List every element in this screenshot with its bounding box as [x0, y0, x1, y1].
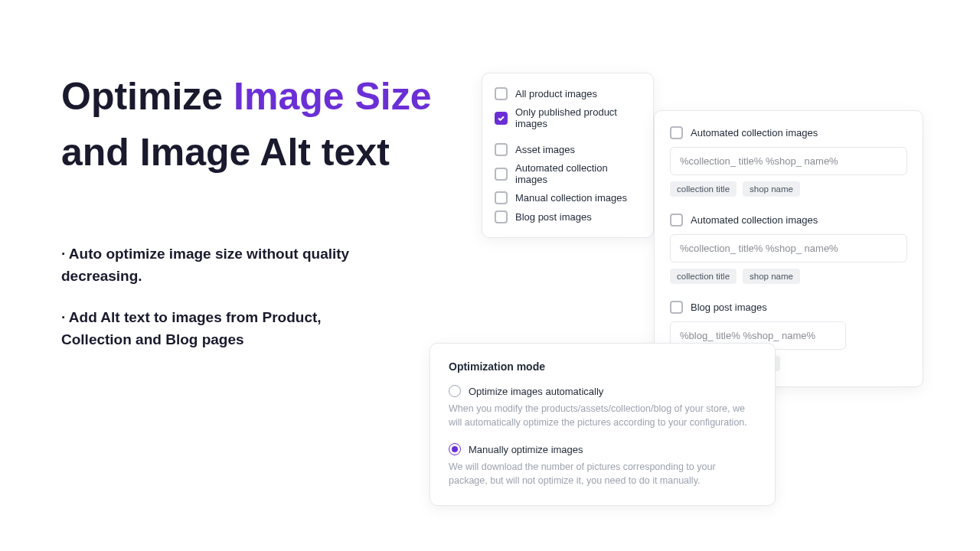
checkbox-row[interactable]: Automated collection images: [670, 126, 907, 139]
page-heading: Optimize Image Size and Image Alt text: [61, 69, 475, 180]
heading-accent: Image Size: [234, 75, 431, 118]
checkbox-icon: [495, 143, 508, 156]
checkbox-icon: [670, 301, 683, 314]
checkbox-label: Manual collection images: [515, 192, 627, 204]
radio-label: Optimize images automatically: [469, 386, 603, 397]
checkbox-icon: [495, 168, 508, 181]
checkbox-icon: [495, 191, 508, 204]
template-tags: collection titleshop name: [670, 181, 907, 197]
radio-icon: [449, 385, 461, 397]
checkbox-row[interactable]: Automated collection images: [670, 214, 907, 227]
optimization-mode-card: Optimization mode Optimize images automa…: [430, 343, 776, 506]
radio-manual-optimize[interactable]: Manually optimize images: [449, 443, 756, 455]
checkbox-icon: [670, 126, 683, 139]
checkbox-row-3[interactable]: Automated collection images: [495, 162, 641, 185]
alt-text-template-input[interactable]: %collection_ title% %shop_ name%: [670, 234, 907, 262]
checkbox-row[interactable]: Blog post images: [670, 301, 907, 314]
checkbox-row-4[interactable]: Manual collection images: [495, 191, 641, 204]
checkbox-label: Automated collection images: [691, 214, 818, 226]
checkbox-row-1[interactable]: Only published product images: [495, 106, 641, 129]
checkbox-icon: [495, 112, 508, 125]
template-tags: collection titleshop name: [670, 269, 907, 284]
bullet-1: · Auto optimize image size without quali…: [61, 243, 352, 287]
checkbox-label: Automated collection images: [691, 127, 818, 139]
alt-text-group-1: Automated collection images%collection_ …: [670, 214, 907, 284]
checkbox-icon: [495, 87, 508, 100]
image-types-card: All product imagesOnly published product…: [482, 73, 654, 238]
optimization-mode-title: Optimization mode: [449, 360, 756, 373]
manual-optimize-help: We will download the number of pictures …: [449, 460, 756, 487]
checkbox-label: All product images: [515, 88, 597, 99]
bullet-2: · Add Alt text to images from Product, C…: [61, 307, 352, 350]
alt-text-template-input[interactable]: %collection_ title% %shop_ name%: [670, 147, 907, 175]
checkbox-row-2[interactable]: Asset images: [495, 143, 641, 156]
template-tag[interactable]: shop name: [743, 181, 800, 197]
checkbox-icon: [495, 210, 508, 223]
checkbox-label: Blog post images: [691, 302, 767, 313]
radio-optimize-automatically[interactable]: Optimize images automatically: [449, 385, 756, 397]
auto-optimize-help: When you modify the products/assets/coll…: [449, 402, 756, 429]
checkbox-label: Automated collection images: [515, 162, 641, 185]
checkbox-label: Only published product images: [515, 106, 641, 129]
checkbox-label: Blog post images: [515, 211, 592, 223]
feature-bullets: · Auto optimize image size without quali…: [61, 243, 352, 370]
heading-part2: and Image Alt text: [61, 131, 390, 174]
heading-part1: Optimize: [61, 75, 234, 118]
checkbox-row-5[interactable]: Blog post images: [495, 210, 641, 223]
template-tag[interactable]: collection title: [670, 181, 737, 197]
checkbox-row-0[interactable]: All product images: [495, 87, 641, 100]
alt-text-group-0: Automated collection images%collection_ …: [670, 126, 907, 197]
checkbox-label: Asset images: [515, 144, 575, 155]
template-tag[interactable]: collection title: [670, 269, 737, 284]
checkbox-icon: [670, 214, 683, 227]
radio-label: Manually optimize images: [469, 444, 583, 455]
template-tag[interactable]: shop name: [743, 269, 800, 284]
radio-icon: [449, 443, 461, 455]
